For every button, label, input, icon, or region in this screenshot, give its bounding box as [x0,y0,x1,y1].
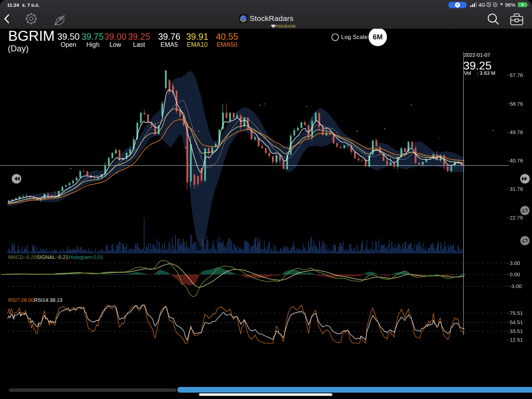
svg-text:39.50: 39.50 [57,32,80,41]
svg-text:39.00: 39.00 [104,32,127,41]
svg-text:31.76: 31.76 [510,186,523,192]
svg-text:EMA5: EMA5 [160,41,178,48]
svg-text:67.76: 67.76 [510,72,523,78]
svg-text:EMA50: EMA50 [216,41,237,48]
svg-text:12.51: 12.51 [510,337,523,343]
svg-text:75.51: 75.51 [510,310,523,316]
svg-text:Low: Low [109,41,121,48]
svg-text:49.76: 49.76 [510,129,523,135]
svg-text:96%: 96% [505,2,515,8]
svg-text:33.51: 33.51 [510,328,523,334]
svg-text:22.76: 22.76 [510,215,523,221]
svg-text:4G: 4G [478,2,485,8]
svg-text:39.91: 39.91 [186,32,209,41]
svg-text:54.51: 54.51 [510,319,523,325]
svg-text:Log Scale: Log Scale [341,34,368,40]
svg-text:0.00: 0.00 [510,271,520,277]
svg-text:3.00: 3.00 [510,260,520,266]
svg-text:2022-01-07: 2022-01-07 [464,52,490,58]
svg-text:40.55: 40.55 [216,32,238,41]
svg-text:39.75: 39.75 [82,32,104,41]
svg-text:39.25: 39.25 [128,32,150,41]
svg-text:(Day): (Day) [8,44,29,53]
svg-text:39.76: 39.76 [158,32,181,41]
svg-text:MACD:-0.20SIGNAL:-0.21Histogra: MACD:-0.20SIGNAL:-0.21Histogram:0.01 [8,254,103,260]
svg-text:6M: 6M [373,33,383,41]
svg-text:Open: Open [61,41,76,48]
svg-text:58.76: 58.76 [510,101,523,107]
svg-text:-3.00: -3.00 [510,283,522,289]
svg-text:High: High [86,41,99,48]
svg-text:RSI7:28.00RSI14:38.13: RSI7:28.00RSI14:38.13 [8,297,62,303]
svg-text:EMA10: EMA10 [187,41,207,48]
svg-text:Vol : 3.63 M: Vol : 3.63 M [464,70,495,76]
svg-text:Last: Last [133,41,145,48]
svg-text:40.76: 40.76 [510,157,523,164]
